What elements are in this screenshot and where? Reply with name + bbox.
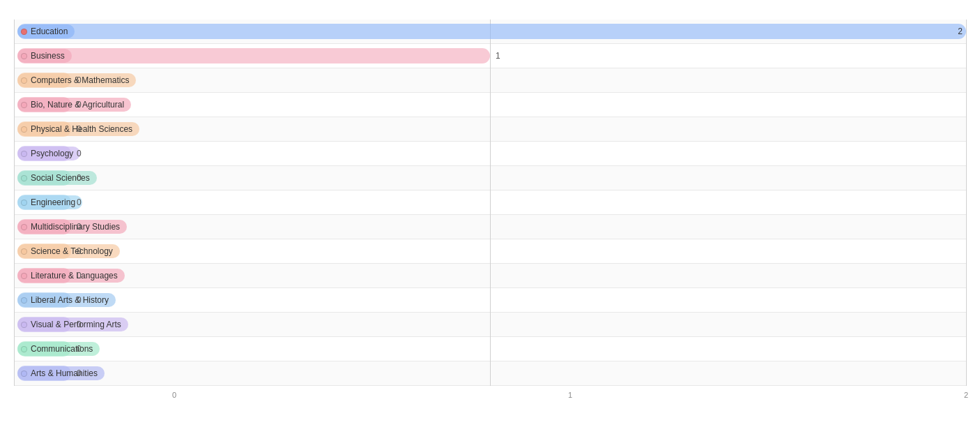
bar-dot [21,371,27,377]
chart-container: Education2Business1Computers & Mathemati… [0,0,980,441]
bar-dot [21,126,27,133]
bar-value-label: 0 [77,368,82,378]
row-inner: Psychology0 [14,142,966,166]
bar-fill [17,24,966,39]
bar-dot [21,273,27,279]
bar-value-label: 0 [77,124,82,134]
bar-label-pill: Social Sciences [17,171,97,185]
bar-label-text: Liberal Arts & History [31,295,109,305]
bar-label-text: Literature & Languages [31,271,118,281]
row-inner: Visual & Performing Arts0 [14,313,966,337]
bar-label-pill: Multidisciplinary Studies [17,220,127,234]
bar-value-label: 0 [77,149,82,158]
bar-label-pill: Education [17,24,75,38]
bar-label-pill: Liberal Arts & History [17,293,116,307]
row-inner: Physical & Health Sciences0 [14,117,966,142]
bar-value-label: 0 [77,295,82,305]
bar-label-pill: Visual & Performing Arts [17,317,128,331]
bar-label-pill: Engineering [17,195,82,209]
bar-label-text: Multidisciplinary Studies [31,222,120,232]
row-inner: Bio, Nature & Agricultural0 [14,93,966,117]
bar-value-label: 0 [77,197,82,207]
bar-dot [21,224,27,230]
bar-label-text: Visual & Performing Arts [31,320,121,329]
bar-row: Business1 [14,44,966,68]
bar-dot [21,175,27,181]
bar-row: Liberal Arts & History0 [14,288,966,313]
row-inner: Social Sciences0 [14,166,966,190]
bar-label-text: Arts & Humanities [31,368,98,378]
bar-label-pill: Science & Technology [17,244,120,258]
bar-row: Social Sciences0 [14,166,966,190]
row-inner: Communications0 [14,337,966,361]
row-inner: Education2 [14,20,966,44]
bar-value-label: 0 [77,271,82,281]
bar-label-pill: Psychology [17,147,80,160]
bar-dot [21,151,27,157]
bar-value-label: 0 [77,222,82,232]
bar-dot [21,200,27,206]
bar-row: Computers & Mathematics0 [14,68,966,93]
bar-row: Literature & Languages0 [14,264,966,288]
row-inner: Literature & Languages0 [14,264,966,288]
row-inner: Arts & Humanities0 [14,361,966,386]
bar-value-label: 0 [77,320,82,329]
bar-row: Physical & Health Sciences0 [14,117,966,142]
bar-dot [21,77,27,84]
bar-dot [21,322,27,328]
bar-row: Psychology0 [14,142,966,166]
chart-area: Education2Business1Computers & Mathemati… [14,20,966,386]
bar-label-text: Communications [31,344,93,354]
bar-value-label: 0 [77,100,82,110]
bar-label-text: Science & Technology [31,246,113,256]
bar-value-label: 0 [77,246,82,256]
bar-dot [21,346,27,352]
bar-label-pill: Literature & Languages [17,269,125,283]
bar-dot [21,248,27,255]
bar-row: Education2 [14,20,966,44]
bar-value-label: 0 [77,75,82,85]
bar-dot [21,102,27,108]
bar-dot [21,297,27,304]
bar-row: Engineering0 [14,190,966,215]
bar-row: Multidisciplinary Studies0 [14,215,966,239]
row-inner: Engineering0 [14,190,966,215]
bar-row: Visual & Performing Arts0 [14,313,966,337]
bar-dot [21,53,27,59]
bar-label-text: Business [31,51,65,61]
bar-row: Arts & Humanities0 [14,361,966,386]
bar-label-pill: Business [17,49,72,63]
bar-label-pill: Bio, Nature & Agricultural [17,98,131,112]
bar-label-text: Education [31,27,68,36]
axis-label: 2 [964,391,968,399]
bar-row: Communications0 [14,337,966,361]
bar-label-text: Physical & Health Sciences [31,124,132,134]
axis-label: 1 [568,391,572,399]
bar-value-label: 2 [958,27,963,36]
bar-row: Bio, Nature & Agricultural0 [14,93,966,117]
bar-label-pill: Communications [17,342,100,356]
bar-label-pill: Arts & Humanities [17,366,105,380]
bar-value-label: 1 [496,51,500,61]
row-inner: Business1 [14,44,966,68]
bar-fill [17,48,490,63]
row-inner: Liberal Arts & History0 [14,288,966,313]
bar-value-label: 0 [77,173,82,183]
bar-row: Science & Technology0 [14,239,966,264]
bar-label-text: Psychology [31,149,73,158]
axis-row: 012 [14,388,966,405]
row-inner: Science & Technology0 [14,239,966,264]
bar-label-text: Engineering [31,197,75,207]
bar-value-label: 0 [77,344,82,354]
row-inner: Multidisciplinary Studies0 [14,215,966,239]
bar-dot [21,29,27,35]
row-inner: Computers & Mathematics0 [14,68,966,93]
axis-label: 0 [172,391,176,399]
